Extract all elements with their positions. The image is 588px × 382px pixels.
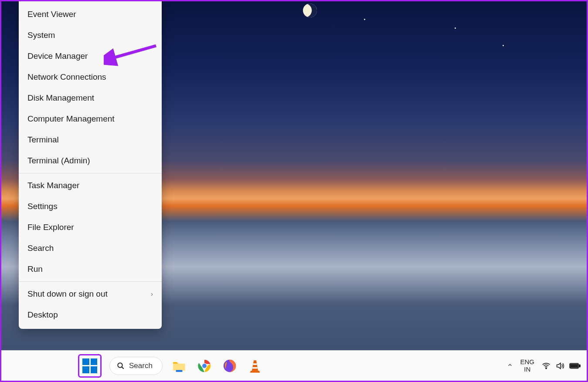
menu-item-event-viewer[interactable]: Event Viewer — [19, 4, 162, 25]
menu-item-network-connections[interactable]: Network Connections — [19, 67, 162, 88]
folder-icon — [172, 358, 187, 373]
svg-point-6 — [202, 364, 207, 368]
language-indicator[interactable]: ENG IN — [520, 358, 534, 373]
taskbar: Search — [1, 350, 587, 381]
speaker-icon — [555, 361, 565, 371]
svg-rect-13 — [579, 365, 580, 367]
start-button[interactable] — [78, 354, 102, 378]
search-button[interactable]: Search — [109, 357, 163, 375]
svg-marker-11 — [557, 363, 561, 368]
menu-item-terminal[interactable]: Terminal — [19, 129, 162, 150]
tray-chevron-up-icon[interactable] — [507, 362, 513, 369]
menu-item-system[interactable]: System — [19, 25, 162, 46]
menu-item-device-manager[interactable]: Device Manager — [19, 46, 162, 67]
menu-item-shutdown-signout[interactable]: Shut down or sign out › — [19, 284, 162, 304]
wifi-icon — [541, 361, 551, 371]
windows-logo-icon — [82, 358, 97, 373]
menu-item-terminal-admin[interactable]: Terminal (Admin) — [19, 150, 162, 171]
menu-item-run[interactable]: Run — [19, 259, 162, 280]
svg-rect-14 — [571, 364, 578, 367]
menu-item-disk-management[interactable]: Disk Management — [19, 88, 162, 108]
taskbar-app-chrome[interactable] — [196, 357, 213, 375]
vlc-cone-icon — [248, 358, 262, 373]
menu-item-file-explorer[interactable]: File Explorer — [19, 217, 162, 238]
menu-separator — [19, 173, 162, 173]
menu-item-desktop[interactable]: Desktop — [19, 304, 162, 325]
menu-item-computer-management[interactable]: Computer Management — [19, 108, 162, 129]
taskbar-app-vlc[interactable] — [246, 357, 264, 375]
svg-rect-8 — [253, 363, 257, 365]
chevron-right-icon: › — [151, 291, 153, 297]
svg-rect-3 — [176, 370, 182, 372]
star-icon — [455, 27, 456, 29]
menu-item-task-manager[interactable]: Task Manager — [19, 175, 162, 196]
battery-icon — [569, 362, 581, 370]
search-icon — [117, 362, 125, 370]
svg-point-1 — [118, 363, 122, 368]
star-icon — [364, 19, 365, 20]
svg-line-2 — [122, 367, 124, 369]
winx-context-menu: Event Viewer System Device Manager Netwo… — [19, 1, 162, 329]
moon-icon — [301, 1, 319, 19]
taskbar-app-file-explorer[interactable] — [170, 357, 188, 375]
firefox-icon — [222, 358, 237, 373]
menu-item-search[interactable]: Search — [19, 238, 162, 259]
taskbar-app-firefox[interactable] — [221, 357, 238, 375]
chrome-icon — [197, 358, 212, 373]
menu-separator — [19, 281, 162, 282]
svg-point-10 — [546, 368, 547, 368]
search-label: Search — [129, 362, 153, 370]
svg-rect-9 — [252, 367, 257, 368]
star-icon — [503, 45, 504, 46]
system-tray[interactable] — [541, 361, 581, 371]
menu-item-settings[interactable]: Settings — [19, 196, 162, 217]
